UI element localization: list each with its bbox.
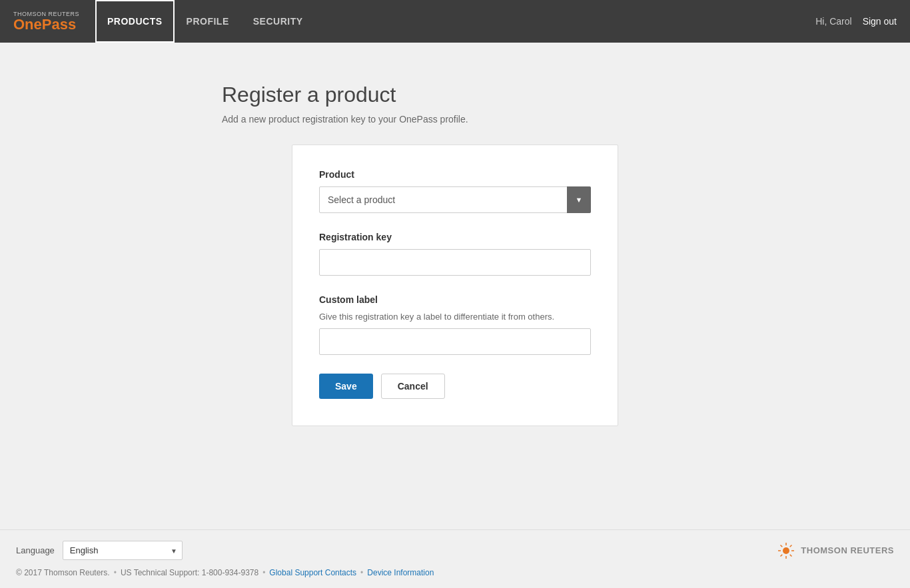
language-select-wrapper: English French Spanish German ▼ [63, 541, 183, 560]
support-text: US Technical Support: 1-800-934-9378 [121, 568, 258, 577]
save-button[interactable]: Save [319, 374, 373, 399]
language-select[interactable]: English French Spanish German [63, 541, 183, 560]
header-right: Hi, Carol Sign out [815, 16, 897, 27]
svg-line-7 [790, 545, 792, 547]
tr-logo-text: THOMSON REUTERS [801, 545, 894, 555]
logo-bottom-text: OnePass [13, 17, 79, 32]
page-subtitle: Add a new product registration key to yo… [222, 114, 688, 125]
main-nav: PRODUCTS PROFILE SECURITY [95, 0, 315, 43]
product-section: Product Select a product [319, 169, 591, 213]
register-product-form: Product Select a product Registration ke… [292, 145, 618, 426]
nav-profile[interactable]: PROFILE [175, 0, 241, 43]
footer: Language English French Spanish German ▼ [0, 529, 910, 588]
product-select[interactable]: Select a product [319, 186, 591, 213]
dot-separator-2: • [262, 568, 265, 577]
footer-bottom: © 2017 Thomson Reuters. • US Technical S… [16, 568, 894, 577]
language-area: Language English French Spanish German ▼ [16, 541, 183, 560]
main-content: Register a product Add a new product reg… [0, 43, 910, 529]
tr-logo-icon [777, 541, 795, 560]
custom-label-input[interactable] [319, 328, 591, 355]
nav-security[interactable]: SECURITY [241, 0, 315, 43]
svg-line-5 [781, 545, 783, 547]
page-title: Register a product [222, 83, 688, 107]
header: THOMSON REUTERS OnePass PRODUCTS PROFILE… [0, 0, 910, 43]
page-title-area: Register a product Add a new product reg… [222, 83, 688, 125]
language-label: Language [16, 545, 55, 555]
device-information-link[interactable]: Device Information [367, 568, 434, 577]
nav-products[interactable]: PRODUCTS [95, 0, 175, 43]
footer-top: Language English French Spanish German ▼ [16, 541, 894, 560]
svg-line-8 [781, 554, 783, 556]
custom-label-description: Give this registration key a label to di… [319, 312, 591, 322]
global-support-link[interactable]: Global Support Contacts [269, 568, 356, 577]
registration-key-section: Registration key [319, 232, 591, 276]
dot-separator-3: • [360, 568, 363, 577]
registration-key-label: Registration key [319, 232, 591, 242]
header-left: THOMSON REUTERS OnePass PRODUCTS PROFILE… [13, 0, 315, 43]
custom-label-label: Custom label [319, 294, 591, 305]
cancel-button[interactable]: Cancel [381, 374, 445, 399]
registration-key-input[interactable] [319, 249, 591, 276]
custom-label-section: Custom label Give this registration key … [319, 294, 591, 355]
product-label: Product [319, 169, 591, 180]
sign-out-button[interactable]: Sign out [863, 16, 897, 27]
product-select-wrapper: Select a product [319, 186, 591, 213]
dot-separator-1: • [114, 568, 117, 577]
svg-point-0 [783, 547, 789, 554]
copyright-text: © 2017 Thomson Reuters. [16, 568, 110, 577]
svg-line-6 [790, 554, 792, 556]
greeting-text: Hi, Carol [815, 16, 851, 27]
tr-logo-footer: THOMSON REUTERS [777, 541, 894, 560]
logo-area: THOMSON REUTERS OnePass [13, 11, 79, 32]
form-buttons: Save Cancel [319, 374, 591, 399]
